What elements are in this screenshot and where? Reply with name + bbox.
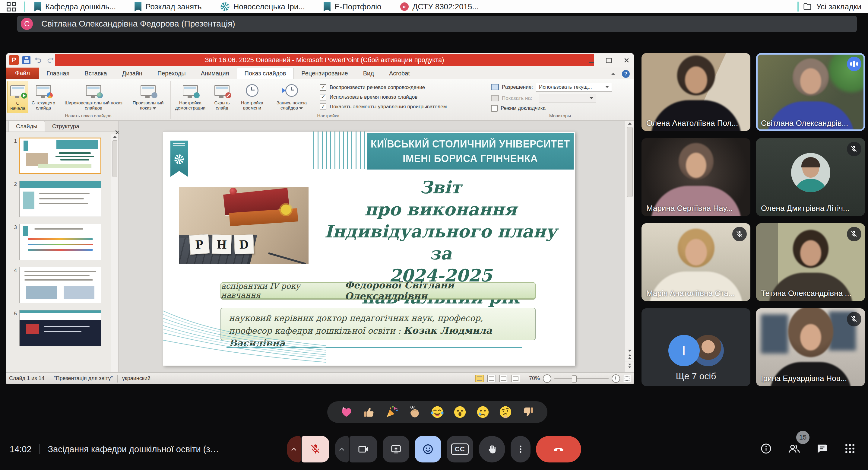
fit-to-window-button[interactable] — [623, 375, 631, 382]
scroll-down-icon[interactable] — [628, 350, 631, 352]
maximize-icon[interactable] — [606, 58, 612, 63]
record-slideshow-button[interactable]: Запись показа слайдов — [269, 81, 314, 113]
reaction-thumbs-up-button[interactable] — [362, 405, 376, 419]
scroll-thumb[interactable] — [627, 127, 633, 197]
minimize-icon[interactable] — [589, 62, 594, 63]
next-slide-button[interactable] — [625, 361, 634, 371]
present-screen-button[interactable] — [383, 436, 409, 463]
panel-scrollbar[interactable] — [111, 134, 118, 372]
rehearse-timings-button[interactable]: Настройка времени — [235, 81, 269, 113]
tab-file[interactable]: Файл — [6, 68, 39, 79]
minimize-ribbon-icon[interactable] — [611, 73, 615, 75]
reaction-surprised-face-button[interactable] — [453, 405, 467, 419]
zoom-in-button[interactable] — [612, 374, 620, 383]
end-call-button[interactable] — [536, 436, 581, 463]
hide-slide-button[interactable]: Скрыть слайд — [209, 81, 235, 113]
all-bookmarks-button[interactable]: Усі закладки — [798, 1, 861, 12]
chat-panel-button[interactable] — [816, 443, 828, 456]
broadcast-slideshow-button[interactable]: Широковещательный показ слайдов — [59, 81, 128, 113]
raise-hand-button[interactable] — [478, 436, 505, 463]
reaction-joy-face-button[interactable] — [430, 405, 444, 419]
bookmarks-separator — [24, 1, 25, 12]
mic-mute-button[interactable] — [302, 436, 329, 463]
captions-button[interactable]: CC — [447, 436, 473, 463]
show-media-controls-checkbox[interactable]: Показать элементы управления проигрывате… — [320, 103, 447, 110]
participant-tile[interactable]: Ірина Едуардівна Нов... — [756, 308, 865, 386]
theme-name[interactable]: "Презентація для звіту" — [54, 375, 113, 382]
show-on-dropdown[interactable] — [539, 94, 596, 103]
scroll-up-icon[interactable] — [628, 123, 631, 125]
from-current-slide-button[interactable]: С текущего слайда — [28, 81, 59, 113]
slide-thumbnail-1[interactable] — [19, 137, 101, 174]
bookmark-dstu[interactable]: «ДСТУ 8302:2015... — [400, 2, 479, 11]
previous-slide-button[interactable] — [625, 352, 634, 361]
redo-icon[interactable] — [46, 56, 55, 64]
camera-toggle-button[interactable] — [349, 436, 377, 463]
tab-view[interactable]: Вид — [355, 68, 381, 79]
reading-view-button[interactable] — [499, 375, 508, 382]
people-panel-button[interactable]: 15 — [788, 442, 801, 456]
participant-tile[interactable]: Олена Дмитрівна Літіч... — [756, 138, 865, 216]
bookmark-rozklad[interactable]: Розклад занять — [134, 2, 202, 11]
checkbox-unchecked-icon[interactable] — [491, 105, 498, 112]
participant-tile[interactable]: Олена Анатоліївна Пол... — [642, 53, 750, 131]
play-narrations-checkbox[interactable]: Воспроизвести речевое сопровождение — [320, 84, 447, 91]
scroll-up-icon[interactable] — [113, 136, 117, 138]
reaction-party-popper-button[interactable] — [384, 405, 399, 419]
activities-button[interactable] — [844, 443, 856, 456]
slide-thumbnail-5[interactable] — [19, 310, 101, 346]
bookmark-novoseletska[interactable]: Новоселецька Іри... — [220, 2, 305, 11]
more-participants-tile[interactable]: І Ще 7 осіб — [642, 308, 750, 386]
bookmark-kafedra[interactable]: Кафедра дошкіль... — [34, 2, 116, 11]
participant-tile[interactable]: Марія Анатоліївна Ста... — [642, 223, 750, 301]
use-timings-checkbox[interactable]: Использовать время показа слайдов — [320, 94, 447, 100]
setup-slideshow-button[interactable]: Настройка демонстрации — [172, 81, 209, 113]
help-icon[interactable]: ? — [622, 70, 630, 78]
reaction-thinking-face-button[interactable] — [498, 405, 513, 419]
undo-icon[interactable] — [34, 56, 42, 64]
reactions-toggle-button[interactable] — [415, 436, 441, 463]
more-options-button[interactable] — [510, 436, 530, 463]
apps-grid-icon[interactable] — [7, 2, 16, 11]
participant-tile-active-speaker[interactable]: Світлана Олександрів... — [756, 53, 865, 131]
camera-options-button[interactable] — [335, 436, 349, 463]
custom-slideshow-button[interactable]: Произвольный показ — [128, 81, 168, 113]
tab-transitions[interactable]: Переходы — [150, 68, 193, 79]
tab-slideshow[interactable]: Показ слайдов — [237, 68, 294, 79]
slide-thumbnail-3[interactable] — [19, 224, 101, 260]
slideshow-view-button[interactable] — [512, 375, 520, 382]
tab-home[interactable]: Главная — [39, 68, 77, 79]
reaction-thumbs-down-button[interactable] — [521, 405, 535, 419]
reaction-clapping-hands-button[interactable] — [407, 405, 422, 419]
powerpoint-icon[interactable]: P — [9, 55, 19, 65]
tab-acrobat[interactable]: Acrobat — [381, 68, 417, 79]
tab-insert[interactable]: Вставка — [77, 68, 114, 79]
zoom-slider[interactable] — [554, 378, 609, 379]
mic-options-button[interactable] — [287, 436, 301, 463]
save-icon[interactable] — [22, 56, 30, 64]
zoom-slider-thumb[interactable] — [572, 375, 577, 382]
reaction-crying-face-button[interactable] — [476, 405, 490, 419]
slide-thumbnail-4[interactable] — [19, 267, 101, 303]
zoom-out-button[interactable] — [543, 374, 551, 383]
outline-tab[interactable]: Структура — [45, 121, 87, 131]
slide-thumbnail-2[interactable] — [19, 181, 101, 217]
scroll-thumb[interactable] — [113, 140, 117, 177]
language-indicator[interactable]: украинский — [122, 375, 151, 382]
resolution-dropdown[interactable]: Использовать текущ... — [536, 83, 612, 92]
close-icon[interactable] — [624, 58, 629, 63]
tab-review[interactable]: Рецензирование — [294, 68, 355, 79]
reaction-sparkling-heart-button[interactable] — [339, 405, 354, 419]
slide-counter[interactable]: Слайд 1 из 14 — [9, 375, 44, 382]
tab-animations[interactable]: Анимация — [193, 68, 237, 79]
from-beginning-button[interactable]: С начала — [7, 81, 28, 113]
participant-tile[interactable]: Марина Сергіївна Нау... — [642, 138, 750, 216]
participant-tile[interactable]: Тетяна Олександрівна ... — [756, 223, 865, 301]
meeting-details-button[interactable] — [760, 443, 772, 456]
main-scrollbar[interactable] — [625, 121, 634, 372]
slide-sorter-view-button[interactable] — [487, 375, 496, 382]
normal-view-button[interactable] — [475, 375, 484, 382]
tab-design[interactable]: Дизайн — [115, 68, 150, 79]
slides-tab[interactable]: Слайды — [8, 121, 45, 131]
bookmark-eportfolio[interactable]: Е-Портфоліо — [323, 2, 381, 11]
